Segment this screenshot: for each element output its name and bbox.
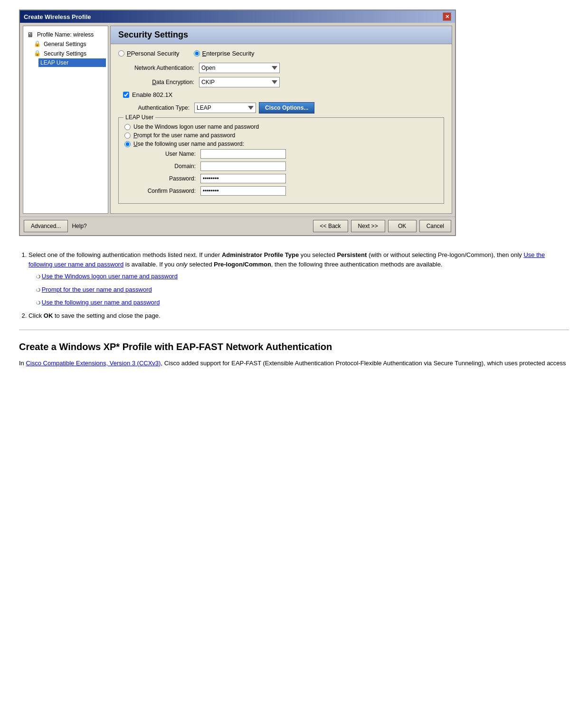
nav-item-general-settings[interactable]: 🔒 General Settings bbox=[32, 39, 106, 49]
auth-method-item-1: Use the Windows logon user name and pass… bbox=[36, 272, 569, 281]
personal-security-radio[interactable] bbox=[118, 50, 124, 57]
section-heading: Create a Windows XP* Profile with EAP-FA… bbox=[19, 340, 569, 354]
network-auth-row: Network Authentication: Open Shared WPA … bbox=[118, 63, 444, 73]
ok-button[interactable]: OK bbox=[388, 220, 417, 232]
content-header: Security Settings bbox=[111, 26, 452, 44]
personal-security-label[interactable]: PPersonal Security bbox=[118, 50, 180, 57]
leap-windows-radio[interactable] bbox=[124, 124, 131, 130]
groupbox-legend: LEAP User bbox=[123, 114, 155, 121]
password-input[interactable] bbox=[200, 174, 286, 183]
data-encryption-select[interactable]: CKIP None WEP TKIP AES bbox=[199, 77, 280, 87]
auth-method-item-3: Use the following user name and password bbox=[36, 298, 569, 307]
nav-label-profile: Profile Name: wireless bbox=[37, 31, 94, 38]
personal-security-text: PPersonal Security bbox=[127, 50, 180, 57]
bold-persistent: Persistent bbox=[337, 251, 367, 258]
leap-radio-prompt: Prompt for the user name and password bbox=[124, 132, 438, 139]
profile-icon: 🖥 bbox=[27, 31, 35, 38]
back-button[interactable]: << Back bbox=[313, 220, 348, 232]
leap-user-groupbox: LEAP User Use the Windows logon user nam… bbox=[118, 117, 444, 204]
footer-right: << Back Next >> OK Cancel bbox=[313, 220, 451, 232]
enable-8021x-label[interactable]: Enable 802.1X bbox=[132, 91, 172, 98]
page-content: Select one of the following authenticati… bbox=[0, 241, 588, 378]
leap-prompt-label: Prompt for the user name and password bbox=[133, 132, 235, 139]
help-link[interactable]: Help? bbox=[72, 223, 86, 229]
section-intro-post: , Cisco added support for EAP-FAST (Exte… bbox=[161, 360, 566, 367]
bold-pre-logon: Pre-logon/Common bbox=[214, 261, 271, 268]
section-body: In Cisco Compatible Extensions, Version … bbox=[19, 359, 569, 369]
auth-type-select[interactable]: LEAP EAP-FAST PEAP EAP-TLS EAP-TTLS bbox=[194, 103, 256, 113]
instruction-text-1: Select one of the following authenticati… bbox=[28, 251, 545, 268]
link-use-windows[interactable]: Use the Windows logon user name and pass… bbox=[42, 273, 178, 280]
domain-row: Domain: domain_name bbox=[134, 161, 438, 171]
cisco-options-button[interactable]: Cisco Options... bbox=[259, 102, 314, 114]
enable-8021x-row: Enable 802.1X bbox=[123, 91, 444, 98]
user-name-row: User Name: User_Name bbox=[134, 149, 438, 159]
data-encryption-row: Data Encryption: CKIP None WEP TKIP AES bbox=[118, 77, 444, 87]
dialog-close-button[interactable]: ✕ bbox=[443, 12, 451, 21]
enable-8021x-checkbox[interactable] bbox=[123, 92, 129, 98]
italic-only: only bbox=[176, 261, 188, 268]
section-divider bbox=[19, 330, 569, 330]
password-row: Password: bbox=[134, 174, 438, 183]
content-panel: Security Settings PPersonal Security bbox=[110, 26, 452, 214]
enterprise-security-text: Enterprise Security bbox=[202, 50, 255, 57]
bold-ok: OK bbox=[44, 312, 53, 319]
auth-type-control: LEAP EAP-FAST PEAP EAP-TLS EAP-TTLS Cisc… bbox=[194, 102, 314, 114]
auth-methods-list: Use the Windows logon user name and pass… bbox=[36, 272, 569, 307]
next-button[interactable]: Next >> bbox=[351, 220, 385, 232]
dialog-body: 🖥 Profile Name: wireless 🔒 General Setti… bbox=[20, 23, 455, 217]
leap-windows-label[interactable]: Use the Windows logon user name and pass… bbox=[133, 123, 259, 130]
data-encryption-control: CKIP None WEP TKIP AES bbox=[199, 77, 280, 87]
link-use-following[interactable]: Use the following user name and password bbox=[42, 299, 160, 306]
leap-radio-windows: Use the Windows logon user name and pass… bbox=[124, 123, 438, 130]
nav-item-security-settings[interactable]: 🔒 Security Settings bbox=[32, 49, 106, 58]
confirm-password-row: Confirm Password: bbox=[134, 186, 438, 196]
general-lock-icon: 🔒 bbox=[34, 40, 41, 48]
leap-prompt-radio[interactable] bbox=[124, 133, 131, 139]
create-wireless-profile-dialog: Create Wireless Profile ✕ 🖥 Profile Name… bbox=[19, 9, 456, 236]
nav-label-general: General Settings bbox=[44, 41, 86, 47]
dialog-titlebar: Create Wireless Profile ✕ bbox=[20, 10, 455, 23]
cancel-button[interactable]: Cancel bbox=[419, 220, 451, 232]
link-prompt[interactable]: Prompt for the user name and password bbox=[42, 286, 152, 293]
auth-method-item-2: Prompt for the user name and password bbox=[36, 285, 569, 294]
leap-radio-following: Use the following user name and password… bbox=[124, 141, 438, 147]
enterprise-security-label[interactable]: Enterprise Security bbox=[194, 50, 255, 57]
footer-left: Advanced... Help? bbox=[24, 220, 310, 232]
section-link[interactable]: Cisco Compatible Extensions, Version 3 (… bbox=[26, 360, 161, 367]
nav-label-leap: LEAP User bbox=[40, 59, 68, 66]
dialog-title: Create Wireless Profile bbox=[24, 13, 91, 20]
domain-label: Domain: bbox=[134, 163, 200, 170]
network-auth-select[interactable]: Open Shared WPA WPA-PSK bbox=[199, 63, 280, 73]
confirm-password-input[interactable] bbox=[200, 186, 286, 196]
auth-type-label: Authentication Type: bbox=[128, 104, 194, 111]
instruction-item-1: Select one of the following authenticati… bbox=[28, 250, 569, 307]
dialog-footer: Advanced... Help? << Back Next >> OK Can… bbox=[20, 217, 455, 235]
instruction-list: Select one of the following authenticati… bbox=[28, 250, 569, 320]
leap-following-label: Use the following user name and password… bbox=[133, 141, 244, 147]
nav-item-profile-name[interactable]: 🖥 Profile Name: wireless bbox=[25, 30, 106, 39]
enterprise-security-radio[interactable] bbox=[194, 50, 200, 57]
nav-label-security: Security Settings bbox=[44, 50, 86, 57]
user-name-input[interactable]: User_Name bbox=[200, 149, 286, 159]
auth-type-row: Authentication Type: LEAP EAP-FAST PEAP … bbox=[128, 102, 444, 114]
security-lock-icon: 🔒 bbox=[34, 50, 41, 57]
user-name-label: User Name: bbox=[134, 151, 200, 157]
network-auth-label: Network Authentication: bbox=[118, 65, 199, 71]
content-inner: PPersonal Security Enterprise Security bbox=[111, 44, 452, 213]
network-auth-control: Open Shared WPA WPA-PSK bbox=[199, 63, 280, 73]
confirm-password-label: Confirm Password: bbox=[134, 188, 200, 194]
dialog-wrapper: Create Wireless Profile ✕ 🖥 Profile Name… bbox=[0, 0, 588, 241]
domain-input[interactable]: domain_name bbox=[200, 161, 286, 171]
advanced-button[interactable]: Advanced... bbox=[24, 220, 68, 232]
bold-admin-profile-type: Administrator Profile Type bbox=[222, 251, 299, 258]
security-type-row: PPersonal Security Enterprise Security bbox=[118, 50, 444, 57]
nav-item-leap-user[interactable]: LEAP User bbox=[38, 58, 106, 67]
instruction-item-2: Click OK to save the setting and close t… bbox=[28, 311, 569, 321]
data-encryption-label: Data Encryption: bbox=[118, 79, 199, 85]
password-label: Password: bbox=[134, 175, 200, 182]
leap-following-radio[interactable] bbox=[124, 141, 131, 147]
nav-panel: 🖥 Profile Name: wireless 🔒 General Setti… bbox=[23, 26, 108, 214]
groupbox-inner: Use the Windows logon user name and pass… bbox=[124, 123, 438, 196]
